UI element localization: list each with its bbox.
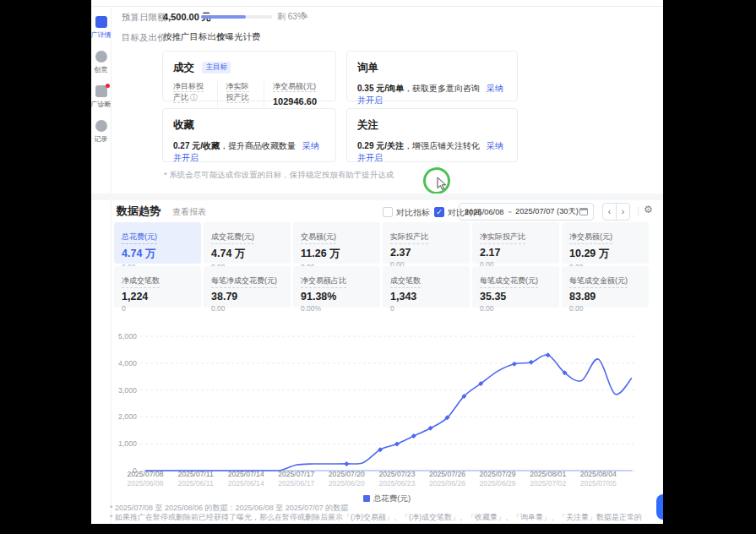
legend-label: 总花费(元) xyxy=(373,493,411,503)
promotion-detail-icon xyxy=(95,16,107,28)
svg-text:2025/06/23: 2025/06/23 xyxy=(378,479,415,488)
follow-title: 关注 xyxy=(357,118,378,133)
metric-value: 102946.60 xyxy=(273,96,317,106)
svg-text:2,000: 2,000 xyxy=(118,412,137,421)
sidebar-rail: 广详情创意广诊断记录 xyxy=(91,8,111,524)
sidebar-item-0[interactable]: 广详情 xyxy=(91,16,111,40)
inquiry-desc: ，获取更多意向咨询 xyxy=(404,84,480,93)
view-report-link[interactable]: 查看报表 xyxy=(172,206,206,218)
main-goal-badge: 主目标 xyxy=(202,62,231,74)
date-separator: ~ xyxy=(508,208,512,216)
budget-progress-fill xyxy=(201,15,246,19)
svg-text:2025/06/08: 2025/06/08 xyxy=(127,479,163,488)
sidebar-item-label: 记录 xyxy=(95,134,108,144)
metric-compare-value: 0.00 xyxy=(569,304,641,313)
metric-value: 83.89 xyxy=(569,291,641,302)
date-start: 2025/06/08 xyxy=(465,208,504,216)
metric-value: 35.35 xyxy=(480,291,552,302)
metric-compare-value: 0 xyxy=(390,304,462,313)
favorite-title: 收藏 xyxy=(173,118,194,133)
svg-text:2025/07/05: 2025/07/05 xyxy=(580,479,617,488)
trend-title: 数据趋势 xyxy=(117,204,160,219)
metric-label: 总花费(元) xyxy=(122,232,157,244)
trend-metric-card-5[interactable]: 净交易额(元)10.29 万0.00 xyxy=(562,222,649,264)
trend-metric-card-7[interactable]: 每笔净成交花费(元)38.790.00 xyxy=(204,266,291,308)
metric-value: 11.26 万 xyxy=(301,247,373,261)
svg-text:2025/06/17: 2025/06/17 xyxy=(278,479,314,488)
goal-card-favorite: 收藏 0.27 元/收藏，提升商品收藏数量采纳并开启 xyxy=(162,108,336,162)
settings-gear-icon[interactable]: ⚙ xyxy=(644,204,653,215)
metric-value: 2.37 xyxy=(390,247,462,259)
metric-label: 净目标投产比 xyxy=(173,82,204,103)
metric-label: 净交易额占比 xyxy=(301,275,346,288)
next-period-button[interactable]: › xyxy=(616,203,630,221)
sidebar-item-1[interactable]: 创意 xyxy=(91,51,111,74)
metric-compare-value: 0.00 xyxy=(211,304,283,313)
svg-text:2025/06/29: 2025/06/29 xyxy=(480,479,516,488)
follow-price: 0.29 元/关注 xyxy=(357,141,404,150)
screen: 广详情创意广诊断记录 预算日限额： 4,500.00 元 剩 63% ✎ 目标及… xyxy=(0,0,756,534)
compare-metric-label[interactable]: 对比指标 xyxy=(396,207,430,219)
favorite-price: 0.27 元/收藏 xyxy=(173,141,220,150)
metric-compare-value: 0.00 xyxy=(480,304,552,313)
trend-metric-card-2[interactable]: 交易额(元)11.26 万0.00 xyxy=(293,222,380,264)
metric-label: 每笔成交金额(元) xyxy=(569,275,628,288)
header-divider: | xyxy=(637,205,639,215)
trend-metric-card-1[interactable]: 成交花费(元)4.74 万0.00 xyxy=(204,222,291,264)
metric-compare-value: 0.00% xyxy=(301,304,373,313)
metric-label: 净实际投产比 xyxy=(480,232,525,244)
budget-edit-icon[interactable]: ✎ xyxy=(301,10,308,21)
sidebar-item-label: 广诊断 xyxy=(91,100,111,109)
sidebar-item-label: 广详情 xyxy=(91,30,111,40)
budget-progress xyxy=(201,15,272,19)
click-indicator-ring xyxy=(423,167,450,194)
goal-card-follow: 关注 0.29 元/关注，增强店铺关注转化采纳并开启 xyxy=(346,108,518,162)
trend-metric-card-3[interactable]: 实际投产比2.370.00 xyxy=(383,222,470,264)
metric-label: 成交花费(元) xyxy=(211,232,254,244)
calendar-icon xyxy=(579,208,588,215)
sidebar-item-3[interactable]: 记录 xyxy=(91,120,111,144)
metric-label: 交易额(元) xyxy=(301,232,336,244)
trend-metric-card-6[interactable]: 净成交笔数1,2240 xyxy=(114,266,201,308)
svg-text:2025/06/11: 2025/06/11 xyxy=(177,479,214,488)
letterbox-right xyxy=(663,0,756,534)
floating-side-button[interactable] xyxy=(656,494,663,520)
letterbox-bottom xyxy=(91,524,663,534)
sidebar-item-2[interactable]: 广诊断 xyxy=(91,85,111,109)
follow-desc: ，增强店铺关注转化 xyxy=(404,141,480,150)
svg-text:2025/07/02: 2025/07/02 xyxy=(530,479,566,488)
trend-metric-card-0[interactable]: 总花费(元)4.74 万0.00 xyxy=(114,222,201,264)
compare-time-checkbox[interactable]: ✓ xyxy=(434,207,444,217)
creative-icon xyxy=(95,51,107,63)
section-divider xyxy=(91,193,663,200)
metric-label: 净成交笔数 xyxy=(122,275,160,288)
prev-period-button[interactable]: ‹ xyxy=(602,203,617,221)
metric-value: 4.74 万 xyxy=(211,247,283,261)
svg-text:5,000: 5,000 xyxy=(118,332,137,341)
trend-metric-card-8[interactable]: 净交易额占比91.38%0.00% xyxy=(293,266,380,308)
letterbox-left xyxy=(0,0,91,534)
svg-text:2025/06/26: 2025/06/26 xyxy=(429,479,465,488)
favorite-desc: ，提升商品收藏数量 xyxy=(220,141,296,150)
trend-chart-container: 01,0002,0003,0004,0005,0002025/07/082025… xyxy=(117,326,657,495)
trend-metric-card-11[interactable]: 每笔成交金额(元)83.890.00 xyxy=(562,266,649,308)
metric-label: 每笔净成交花费(元) xyxy=(211,275,277,288)
deal-title: 成交 xyxy=(173,61,194,75)
metric-value: 4.74 万 xyxy=(122,247,193,261)
top-border xyxy=(91,0,663,7)
svg-text:2025/06/20: 2025/06/20 xyxy=(329,479,365,488)
compare-metric-checkbox[interactable] xyxy=(383,207,393,217)
date-range-picker[interactable]: 2025/06/08 ~ 2025/07/07 (30天) xyxy=(459,203,594,221)
trend-metric-card-9[interactable]: 成交笔数1,3430 xyxy=(383,266,470,308)
trend-metric-card-4[interactable]: 净实际投产比2.170.00 xyxy=(472,222,559,264)
trend-line-chart: 01,0002,0003,0004,0005,0002025/07/082025… xyxy=(117,326,657,495)
record-icon xyxy=(95,120,107,132)
metric-value: 1,224 xyxy=(122,291,193,302)
goal-option-exposure[interactable]: 按曝光计费 xyxy=(216,31,261,43)
trend-metric-card-10[interactable]: 每笔成交花费(元)35.350.00 xyxy=(472,266,559,308)
date-end: 2025/07/07 (30天) xyxy=(515,206,579,217)
metric-value: 1,343 xyxy=(390,291,462,302)
cursor-icon xyxy=(437,177,447,190)
info-icon[interactable]: ⓘ xyxy=(190,93,198,101)
sidebar-item-label: 创意 xyxy=(95,65,108,74)
